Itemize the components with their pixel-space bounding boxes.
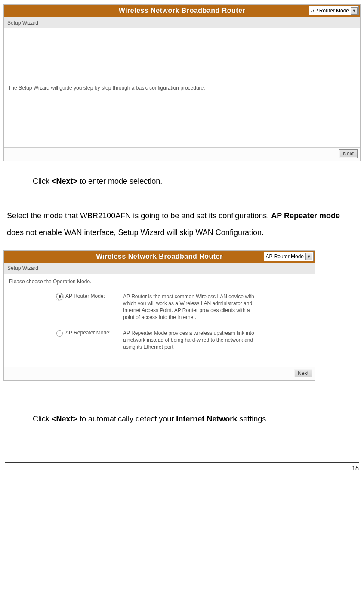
chevron-down-icon[interactable]: ▼ bbox=[305, 253, 312, 260]
choose-mode-text: Please choose the Operation Mode. bbox=[9, 278, 310, 285]
mode-dropdown[interactable]: AP Router Mode ▼ bbox=[264, 252, 314, 261]
app-title: Wireless Network Broadband Router bbox=[119, 7, 246, 15]
page-number: 18 bbox=[5, 462, 359, 476]
instruction-1: Click <Next> to enter mode selection. bbox=[3, 173, 361, 190]
footer-bar: Next bbox=[4, 147, 360, 161]
wizard-description: The Setup Wizard will guide you step by … bbox=[8, 85, 205, 91]
option-label: AP Repeater Mode: bbox=[65, 330, 111, 336]
option-ap-router: AP Router Mode: AP Router is the most co… bbox=[56, 293, 310, 321]
option-description: AP Repeater Mode provides a wireless ups… bbox=[123, 330, 256, 351]
section-title: Setup Wizard bbox=[4, 263, 315, 274]
wizard-body: The Setup Wizard will guide you step by … bbox=[4, 28, 360, 147]
next-button[interactable]: Next bbox=[339, 149, 358, 158]
chevron-down-icon[interactable]: ▼ bbox=[351, 7, 358, 15]
mode-dropdown-value: AP Router Mode bbox=[266, 254, 304, 260]
option-description: AP Router is the most common Wireless LA… bbox=[123, 293, 256, 321]
section-title: Setup Wizard bbox=[4, 17, 360, 28]
app-title: Wireless Network Broadband Router bbox=[96, 253, 223, 260]
router-screenshot-1: Wireless Network Broadband Router AP Rou… bbox=[3, 4, 361, 161]
mode-dropdown-value: AP Router Mode bbox=[311, 8, 349, 14]
instruction-2: Click <Next> to automatically detect you… bbox=[3, 411, 361, 428]
mode-dropdown[interactable]: AP Router Mode ▼ bbox=[309, 6, 359, 15]
radio-ap-router[interactable] bbox=[56, 294, 63, 300]
header-bar: Wireless Network Broadband Router AP Rou… bbox=[4, 251, 315, 263]
wizard-body: Please choose the Operation Mode. AP Rou… bbox=[4, 274, 315, 367]
footer-bar: Next bbox=[4, 367, 315, 380]
router-screenshot-2: Wireless Network Broadband Router AP Rou… bbox=[3, 250, 315, 381]
header-bar: Wireless Network Broadband Router AP Rou… bbox=[4, 5, 360, 17]
next-button[interactable]: Next bbox=[294, 369, 312, 377]
option-ap-repeater: AP Repeater Mode: AP Repeater Mode provi… bbox=[56, 330, 310, 351]
paragraph-mode-info: Select the mode that WBR2100AFN is going… bbox=[3, 207, 361, 241]
radio-ap-repeater[interactable] bbox=[56, 330, 63, 337]
option-label: AP Router Mode: bbox=[65, 293, 105, 299]
